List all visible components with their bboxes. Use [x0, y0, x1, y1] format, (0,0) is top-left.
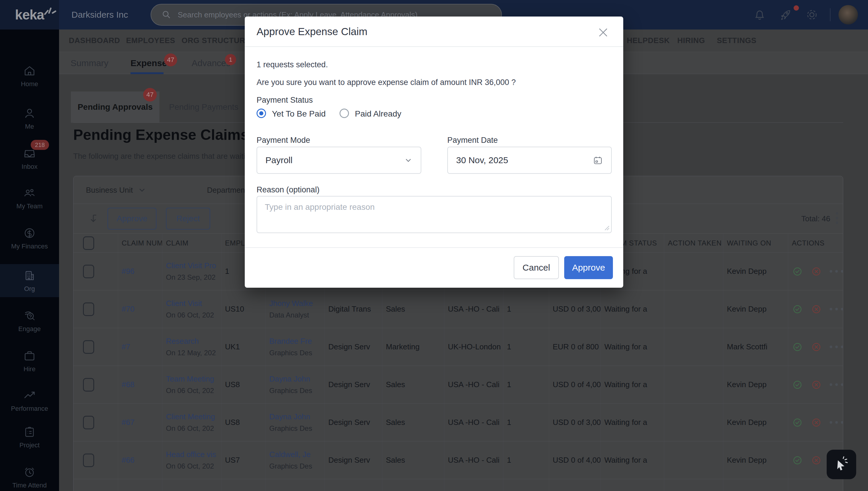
radio-paid-already-label[interactable]: Paid Already	[355, 109, 401, 119]
approve-row-icon[interactable]	[792, 378, 803, 392]
row-more-icon[interactable]	[830, 308, 843, 310]
close-icon[interactable]	[598, 27, 609, 38]
sidebar-item-hire[interactable]: Hire	[0, 349, 59, 373]
sidebar-item-time-attend[interactable]: Time Attend	[0, 466, 59, 489]
approve-selected-button[interactable]: Approve	[108, 208, 157, 230]
employee-link[interactable]: Brandee Fre	[269, 337, 312, 346]
tab-advances[interactable]: Advances	[192, 52, 231, 74]
sidebar-item-performance[interactable]: Performance	[0, 389, 59, 412]
claim-title-link[interactable]: Client Visit	[166, 299, 202, 308]
reject-row-icon[interactable]	[811, 340, 822, 354]
col-waiting-on: WAITING ON	[723, 234, 788, 252]
claim-num-link[interactable]: #66	[118, 441, 162, 479]
approve-button[interactable]: Approve	[564, 256, 613, 279]
reject-row-icon[interactable]	[811, 416, 822, 429]
claim-num-link[interactable]: #70	[118, 290, 162, 328]
waiting-on: Kevin Depp	[723, 441, 788, 479]
claim-title-link[interactable]: Client Visit Pro	[166, 261, 216, 270]
claim-num-link[interactable]: #67	[118, 404, 162, 441]
reject-row-icon[interactable]	[811, 265, 822, 278]
approve-expense-claim-modal: Approve Expense Claim 1 requests selecte…	[245, 17, 623, 288]
radio-paid-already[interactable]	[339, 109, 349, 118]
reject-row-icon[interactable]	[811, 454, 822, 467]
rocket-alert-dot	[793, 5, 799, 11]
payment-date-input[interactable]: 30 Nov, 2025	[447, 147, 612, 174]
cancel-button[interactable]: Cancel	[514, 256, 559, 279]
nav-tab-dashboard[interactable]: DASHBOARD	[69, 30, 120, 52]
claim-status: Waiting for a	[600, 441, 664, 479]
claim-title-link[interactable]: Research	[166, 337, 199, 346]
row-checkbox[interactable]	[83, 454, 94, 467]
reject-row-icon[interactable]	[811, 302, 822, 316]
nav-tab-hiring[interactable]: HIRING	[677, 30, 705, 52]
whats-new-rocket-icon[interactable]	[779, 8, 792, 21]
employee-link[interactable]: Jhony Walke	[269, 299, 313, 308]
radio-yet-to-be-paid-label[interactable]: Yet To Be Paid	[272, 109, 326, 119]
filter-business-unit[interactable]: Business Unit	[86, 176, 146, 204]
sidebar-item-engage[interactable]: Engage	[0, 309, 59, 333]
row-checkbox[interactable]	[83, 265, 94, 278]
employee-link[interactable]: Dayna John	[269, 412, 310, 422]
claim-num-link[interactable]	[118, 479, 162, 491]
select-all-checkbox[interactable]	[83, 236, 94, 250]
nav-tab-helpdesk[interactable]: HELPDESK	[627, 30, 670, 52]
settings-gear-icon[interactable]	[805, 8, 818, 21]
user-avatar[interactable]	[838, 5, 858, 25]
sidebar-item-my-team[interactable]: My Team	[0, 186, 59, 210]
assistant-fab[interactable]	[827, 450, 856, 479]
row-more-icon[interactable]	[830, 421, 843, 424]
keka-logo[interactable]: keka	[0, 0, 59, 30]
row-more-icon[interactable]	[830, 270, 843, 272]
claim-title-link[interactable]: Client Meeting	[166, 412, 215, 422]
approve-row-icon[interactable]	[792, 340, 803, 354]
page-subtitle: The following are the expense claims tha…	[73, 152, 250, 161]
approve-row-icon[interactable]	[792, 416, 803, 429]
resize-grip-icon[interactable]	[603, 224, 610, 231]
nav-tab-org-structure[interactable]: ORG STRUCTURE	[181, 30, 250, 52]
claim-num-link[interactable]: #96	[118, 253, 162, 290]
notifications-bell-icon[interactable]	[753, 8, 766, 21]
payment-mode-select[interactable]: Payroll	[257, 147, 421, 174]
nav-tab-settings[interactable]: SETTINGS	[717, 30, 756, 52]
claim-num-link[interactable]: #7	[118, 328, 162, 366]
approve-row-icon[interactable]	[792, 265, 803, 278]
sidebar-item-org[interactable]: Org	[0, 269, 59, 293]
sidebar-item-home[interactable]: Home	[0, 64, 59, 88]
claim-status: Waiting for a	[600, 328, 664, 366]
claim-num-link[interactable]: #68	[118, 366, 162, 403]
dollar-circle-icon	[23, 227, 36, 239]
row-checkbox[interactable]	[83, 378, 94, 392]
radio-yet-to-be-paid[interactable]	[257, 109, 266, 118]
claim-title-link[interactable]: Head office vis	[166, 450, 216, 459]
total-count: Total: 46	[801, 204, 830, 233]
sidebar-item-me[interactable]: Me	[0, 107, 59, 131]
row-checkbox[interactable]	[83, 302, 94, 316]
reject-selected-button[interactable]: Reject	[166, 208, 210, 230]
modal-footer: Cancel Approve	[245, 247, 623, 288]
approve-row-icon[interactable]	[792, 454, 803, 467]
calendar-icon	[593, 155, 603, 165]
employee-link[interactable]: Caldwell, Je	[269, 450, 311, 459]
sidebar-item-my-finances[interactable]: My Finances	[0, 227, 59, 250]
team-icon	[23, 186, 36, 200]
column-options-kebab-icon[interactable]	[836, 212, 838, 224]
approve-row-icon[interactable]	[792, 302, 803, 316]
row-checkbox[interactable]	[83, 416, 94, 429]
tab-pending-payments[interactable]: Pending Payments	[160, 91, 248, 123]
reject-row-icon[interactable]	[811, 378, 822, 392]
sidebar-item-inbox[interactable]: Inbox	[0, 147, 59, 171]
active-tab-underline	[131, 72, 164, 74]
row-checkbox[interactable]	[83, 340, 94, 354]
employee-link[interactable]: Dayna John	[269, 374, 310, 384]
filter-department[interactable]: Department	[207, 176, 247, 204]
download-icon[interactable]	[89, 213, 100, 224]
reason-textarea[interactable]	[257, 196, 612, 233]
row-more-icon[interactable]	[830, 383, 843, 386]
nav-tab-employees[interactable]: EMPLOYEES	[126, 30, 175, 52]
tab-summary[interactable]: Summary	[71, 52, 108, 74]
expenses-badge: 47	[164, 53, 177, 66]
screen: keka Darksiders Inc Home	[0, 0, 868, 491]
claim-title-link[interactable]: Team Meeting	[166, 374, 214, 384]
row-more-icon[interactable]	[830, 346, 843, 348]
sidebar-item-project[interactable]: Project	[0, 426, 59, 449]
